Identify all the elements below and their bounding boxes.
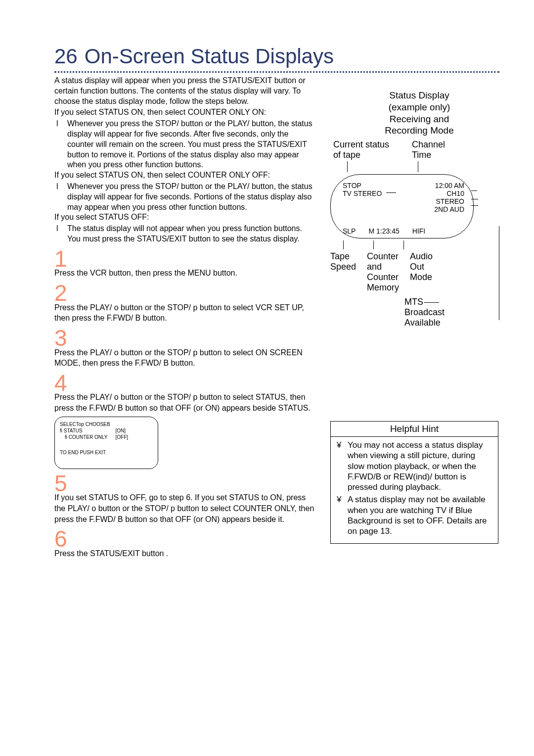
callout-line-icon: [418, 161, 418, 172]
bullet-icon: ¥: [337, 440, 344, 492]
lbl-audio-1: Audio: [410, 251, 433, 262]
intro-paragraph: A status display will appear when you pr…: [54, 76, 315, 106]
lbl-mts-1: MTS: [404, 297, 423, 307]
callout-line-icon: [471, 190, 477, 191]
lbl-counter-1: Counter: [367, 251, 399, 262]
page-header: 26 On-Screen Status Displays: [54, 45, 499, 68]
osd-end-hint: TO END PUSH EXIT: [60, 449, 155, 456]
bullet-text: Whenever you press the STOP/ button or t…: [67, 119, 315, 170]
divider-dots: [54, 71, 499, 73]
lbl-mts-2: Broadcast: [404, 307, 445, 317]
tv-2ndaud: 2ND AUD: [434, 205, 464, 213]
tv-stop: STOP: [343, 182, 382, 189]
callout-line-icon: [403, 240, 404, 249]
sd-title-3: Receiving and: [339, 113, 499, 125]
sd-title-4: Recording Mode: [339, 125, 499, 137]
lbl-channel: Channel: [412, 140, 445, 150]
diagram-column: Status Display (example only) Receiving …: [330, 76, 499, 559]
bullet-text: The status display will not appear when …: [67, 224, 315, 244]
lbl-time: Time: [412, 150, 445, 160]
step-text-1: Press the VCR button, then press the MEN…: [54, 268, 315, 279]
hint-title: Helpful Hint: [331, 422, 498, 437]
sd-title-1: Status Display: [339, 90, 499, 101]
step-text-2: Press the PLAY/ o button or the STOP/ p …: [54, 302, 315, 324]
select-cond-2: If you select STATUS ON, then select COU…: [54, 170, 315, 181]
page-number: 26: [54, 45, 78, 68]
callout-line-icon: [386, 192, 396, 193]
bullet-icon: l: [56, 224, 63, 244]
lbl-tape-2: Speed: [330, 262, 356, 272]
step-number-1: 1: [54, 248, 315, 270]
bullet-text: Whenever you press the STOP/ button or t…: [67, 182, 315, 212]
callout-line-icon: [471, 205, 478, 206]
osd-header-row: SELECTop CHOOSEB: [60, 421, 155, 427]
hint-item-2: A status display may not be available wh…: [348, 494, 493, 536]
lbl-tape-1: Tape: [330, 251, 356, 262]
tv-hifi: HIFI: [412, 227, 425, 235]
callout-line-icon: [373, 240, 374, 249]
tv-ch: CH10: [434, 189, 464, 197]
select-cond-3: If you select STATUS OFF:: [54, 212, 315, 223]
sd-title-2: (example only): [339, 101, 499, 113]
page-title: On-Screen Status Displays: [85, 45, 334, 68]
lbl-mts-3: Available: [404, 318, 441, 328]
tv-time: 12:00 AM: [434, 182, 464, 189]
lbl-current-status-2: of tape: [333, 150, 389, 160]
main-text-column: A status display will appear when you pr…: [54, 76, 315, 559]
osd-counter-value: [OFF]: [116, 434, 129, 440]
step-text-3: Press the PLAY/ o button or the STOP/ p …: [54, 347, 315, 369]
vertical-callout-line: [499, 226, 499, 320]
osd-inset: SELECTop CHOOSEB STATUS COUNTER ONLY [ON…: [54, 417, 158, 469]
step-number-3: 3: [54, 328, 315, 349]
tv-slp: SLP: [343, 227, 356, 235]
step-number-2: 2: [54, 283, 315, 304]
tv-counter: M 1:23:45: [368, 227, 399, 235]
bullet-icon: ¥: [337, 494, 344, 536]
bullet-icon: l: [56, 119, 63, 170]
lbl-current-status-1: Current status: [333, 140, 389, 150]
lbl-counter-3: Counter: [367, 272, 399, 283]
select-cond-1: If you select STATUS ON, then select COU…: [54, 107, 315, 118]
callout-line-icon: [347, 161, 348, 172]
step-text-5: If you set STATUS to OFF, go to step 6. …: [54, 492, 315, 524]
tv-tvstereo: TV STEREO: [343, 189, 382, 197]
step-number-6: 6: [54, 528, 315, 550]
lbl-counter-4: Memory: [367, 283, 399, 293]
lbl-counter-2: and: [367, 262, 399, 272]
osd-status-value: [ON]: [116, 427, 129, 434]
status-display-screen: STOP TV STEREO 12:00 AM CH10 STEREO 2ND …: [330, 174, 474, 238]
lbl-audio-2: Out: [410, 262, 433, 272]
callout-line-icon: [424, 302, 439, 303]
osd-status-label: STATUS: [60, 428, 83, 433]
tv-stereo: STEREO: [434, 197, 464, 205]
callout-line-icon: [471, 199, 478, 199]
step-text-6: Press the STATUS/EXIT button .: [54, 548, 315, 559]
step-text-4: Press the PLAY/ o button or the STOP/ p …: [54, 392, 315, 413]
step-number-5: 5: [54, 473, 315, 495]
step-number-4: 4: [54, 373, 315, 394]
bullet-icon: l: [56, 182, 63, 212]
helpful-hint-box: Helpful Hint ¥You may not access a statu…: [330, 421, 498, 544]
hint-item-1: You may not access a status display when…: [348, 440, 493, 492]
osd-counter-label: COUNTER ONLY: [65, 434, 108, 440]
callout-line-icon: [343, 240, 344, 249]
lbl-audio-3: Mode: [410, 272, 433, 283]
